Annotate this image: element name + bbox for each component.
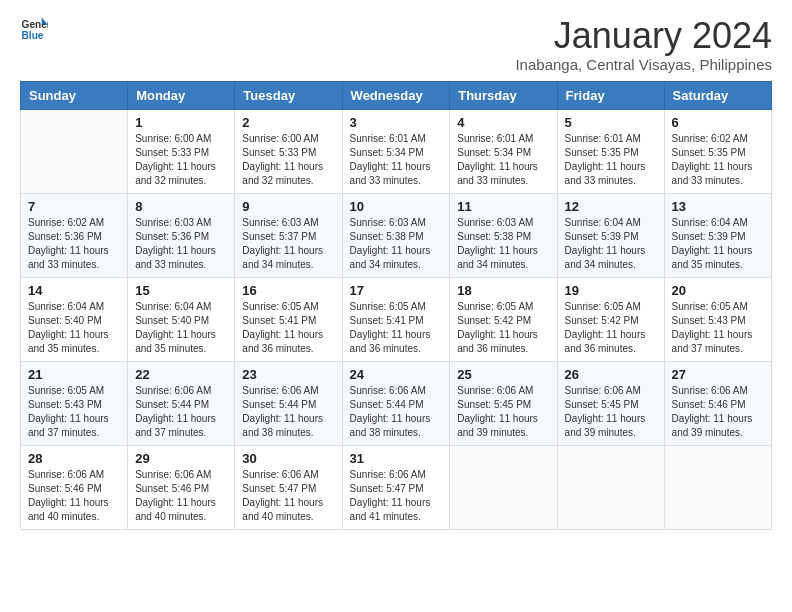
calendar-cell: 10Sunrise: 6:03 AMSunset: 5:38 PMDayligh… [342, 193, 450, 277]
calendar-cell: 25Sunrise: 6:06 AMSunset: 5:45 PMDayligh… [450, 361, 557, 445]
weekday-row: SundayMondayTuesdayWednesdayThursdayFrid… [21, 81, 772, 109]
calendar-cell: 4Sunrise: 6:01 AMSunset: 5:34 PMDaylight… [450, 109, 557, 193]
day-number: 15 [135, 283, 227, 298]
calendar-week-row: 21Sunrise: 6:05 AMSunset: 5:43 PMDayligh… [21, 361, 772, 445]
title-area: January 2024 Inabanga, Central Visayas, … [515, 16, 772, 73]
calendar-cell: 29Sunrise: 6:06 AMSunset: 5:46 PMDayligh… [128, 445, 235, 529]
day-number: 22 [135, 367, 227, 382]
day-number: 21 [28, 367, 120, 382]
calendar-cell: 1Sunrise: 6:00 AMSunset: 5:33 PMDaylight… [128, 109, 235, 193]
calendar-cell: 13Sunrise: 6:04 AMSunset: 5:39 PMDayligh… [664, 193, 771, 277]
calendar-cell: 26Sunrise: 6:06 AMSunset: 5:45 PMDayligh… [557, 361, 664, 445]
calendar-cell: 2Sunrise: 6:00 AMSunset: 5:33 PMDaylight… [235, 109, 342, 193]
logo: General Blue [20, 16, 48, 44]
day-number: 26 [565, 367, 657, 382]
day-info: Sunrise: 6:03 AMSunset: 5:38 PMDaylight:… [457, 216, 549, 272]
calendar-cell [450, 445, 557, 529]
calendar-cell: 3Sunrise: 6:01 AMSunset: 5:34 PMDaylight… [342, 109, 450, 193]
calendar-header: SundayMondayTuesdayWednesdayThursdayFrid… [21, 81, 772, 109]
calendar-week-row: 14Sunrise: 6:04 AMSunset: 5:40 PMDayligh… [21, 277, 772, 361]
calendar-cell [557, 445, 664, 529]
day-info: Sunrise: 6:06 AMSunset: 5:46 PMDaylight:… [135, 468, 227, 524]
subtitle: Inabanga, Central Visayas, Philippines [515, 56, 772, 73]
day-number: 4 [457, 115, 549, 130]
day-number: 18 [457, 283, 549, 298]
calendar-cell: 5Sunrise: 6:01 AMSunset: 5:35 PMDaylight… [557, 109, 664, 193]
day-info: Sunrise: 6:04 AMSunset: 5:40 PMDaylight:… [28, 300, 120, 356]
day-number: 11 [457, 199, 549, 214]
day-info: Sunrise: 6:06 AMSunset: 5:45 PMDaylight:… [565, 384, 657, 440]
calendar-cell: 27Sunrise: 6:06 AMSunset: 5:46 PMDayligh… [664, 361, 771, 445]
day-info: Sunrise: 6:05 AMSunset: 5:43 PMDaylight:… [28, 384, 120, 440]
weekday-header: Wednesday [342, 81, 450, 109]
weekday-header: Saturday [664, 81, 771, 109]
calendar-cell: 9Sunrise: 6:03 AMSunset: 5:37 PMDaylight… [235, 193, 342, 277]
calendar-cell: 7Sunrise: 6:02 AMSunset: 5:36 PMDaylight… [21, 193, 128, 277]
day-number: 3 [350, 115, 443, 130]
weekday-header: Monday [128, 81, 235, 109]
day-number: 17 [350, 283, 443, 298]
day-number: 7 [28, 199, 120, 214]
calendar-cell: 24Sunrise: 6:06 AMSunset: 5:44 PMDayligh… [342, 361, 450, 445]
day-info: Sunrise: 6:04 AMSunset: 5:39 PMDaylight:… [565, 216, 657, 272]
calendar-cell: 17Sunrise: 6:05 AMSunset: 5:41 PMDayligh… [342, 277, 450, 361]
day-info: Sunrise: 6:00 AMSunset: 5:33 PMDaylight:… [135, 132, 227, 188]
calendar-cell: 15Sunrise: 6:04 AMSunset: 5:40 PMDayligh… [128, 277, 235, 361]
day-info: Sunrise: 6:02 AMSunset: 5:36 PMDaylight:… [28, 216, 120, 272]
day-number: 12 [565, 199, 657, 214]
calendar-cell: 16Sunrise: 6:05 AMSunset: 5:41 PMDayligh… [235, 277, 342, 361]
day-info: Sunrise: 6:06 AMSunset: 5:47 PMDaylight:… [350, 468, 443, 524]
day-info: Sunrise: 6:06 AMSunset: 5:46 PMDaylight:… [28, 468, 120, 524]
day-number: 25 [457, 367, 549, 382]
day-number: 2 [242, 115, 334, 130]
day-info: Sunrise: 6:04 AMSunset: 5:39 PMDaylight:… [672, 216, 764, 272]
day-number: 13 [672, 199, 764, 214]
calendar-week-row: 1Sunrise: 6:00 AMSunset: 5:33 PMDaylight… [21, 109, 772, 193]
day-info: Sunrise: 6:05 AMSunset: 5:42 PMDaylight:… [565, 300, 657, 356]
calendar-cell: 21Sunrise: 6:05 AMSunset: 5:43 PMDayligh… [21, 361, 128, 445]
day-info: Sunrise: 6:06 AMSunset: 5:46 PMDaylight:… [672, 384, 764, 440]
page-header: General Blue January 2024 Inabanga, Cent… [20, 16, 772, 73]
calendar-body: 1Sunrise: 6:00 AMSunset: 5:33 PMDaylight… [21, 109, 772, 529]
calendar-week-row: 7Sunrise: 6:02 AMSunset: 5:36 PMDaylight… [21, 193, 772, 277]
day-info: Sunrise: 6:02 AMSunset: 5:35 PMDaylight:… [672, 132, 764, 188]
day-info: Sunrise: 6:01 AMSunset: 5:35 PMDaylight:… [565, 132, 657, 188]
day-info: Sunrise: 6:06 AMSunset: 5:44 PMDaylight:… [135, 384, 227, 440]
day-info: Sunrise: 6:06 AMSunset: 5:44 PMDaylight:… [242, 384, 334, 440]
calendar-cell: 20Sunrise: 6:05 AMSunset: 5:43 PMDayligh… [664, 277, 771, 361]
day-info: Sunrise: 6:05 AMSunset: 5:42 PMDaylight:… [457, 300, 549, 356]
calendar-cell: 8Sunrise: 6:03 AMSunset: 5:36 PMDaylight… [128, 193, 235, 277]
calendar-week-row: 28Sunrise: 6:06 AMSunset: 5:46 PMDayligh… [21, 445, 772, 529]
calendar-cell: 31Sunrise: 6:06 AMSunset: 5:47 PMDayligh… [342, 445, 450, 529]
day-number: 10 [350, 199, 443, 214]
svg-text:Blue: Blue [22, 30, 44, 41]
main-title: January 2024 [515, 16, 772, 56]
day-info: Sunrise: 6:05 AMSunset: 5:43 PMDaylight:… [672, 300, 764, 356]
day-number: 31 [350, 451, 443, 466]
calendar-cell: 22Sunrise: 6:06 AMSunset: 5:44 PMDayligh… [128, 361, 235, 445]
day-number: 30 [242, 451, 334, 466]
day-number: 9 [242, 199, 334, 214]
calendar-cell: 12Sunrise: 6:04 AMSunset: 5:39 PMDayligh… [557, 193, 664, 277]
day-number: 16 [242, 283, 334, 298]
calendar-cell: 6Sunrise: 6:02 AMSunset: 5:35 PMDaylight… [664, 109, 771, 193]
day-number: 27 [672, 367, 764, 382]
day-number: 6 [672, 115, 764, 130]
day-number: 19 [565, 283, 657, 298]
day-number: 28 [28, 451, 120, 466]
day-number: 24 [350, 367, 443, 382]
calendar-cell: 30Sunrise: 6:06 AMSunset: 5:47 PMDayligh… [235, 445, 342, 529]
day-info: Sunrise: 6:05 AMSunset: 5:41 PMDaylight:… [350, 300, 443, 356]
weekday-header: Sunday [21, 81, 128, 109]
logo-icon: General Blue [20, 16, 48, 44]
day-number: 14 [28, 283, 120, 298]
calendar-cell: 19Sunrise: 6:05 AMSunset: 5:42 PMDayligh… [557, 277, 664, 361]
calendar-cell: 28Sunrise: 6:06 AMSunset: 5:46 PMDayligh… [21, 445, 128, 529]
calendar-cell [664, 445, 771, 529]
weekday-header: Thursday [450, 81, 557, 109]
day-number: 1 [135, 115, 227, 130]
day-number: 8 [135, 199, 227, 214]
day-number: 20 [672, 283, 764, 298]
calendar-cell [21, 109, 128, 193]
day-info: Sunrise: 6:05 AMSunset: 5:41 PMDaylight:… [242, 300, 334, 356]
